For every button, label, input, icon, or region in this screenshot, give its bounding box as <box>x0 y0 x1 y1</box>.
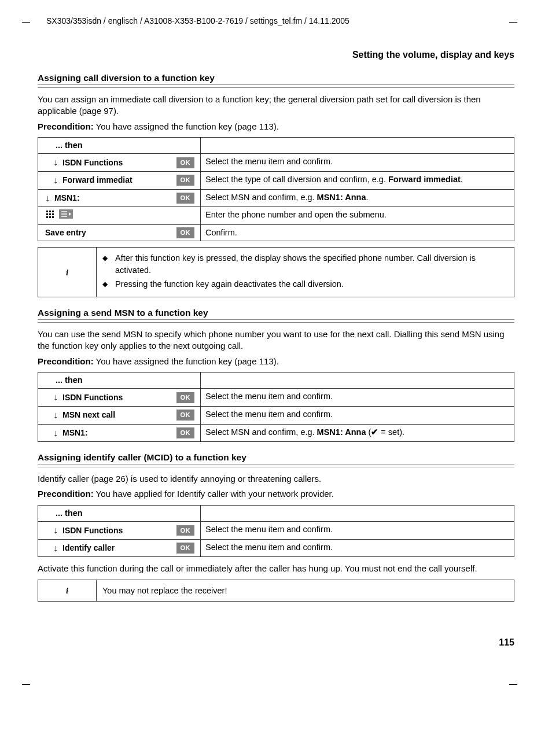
then-header: ... then <box>38 137 201 154</box>
intro-text: Identify caller (page 26) is used to ide… <box>38 473 514 485</box>
step-description: Select the menu item and confirm. <box>201 389 514 407</box>
outro-text: Activate this function during the call o… <box>38 563 514 574</box>
procedure-table-3: ... then ↓ ISDN Functions OK Select the … <box>38 505 514 558</box>
keypad-icon <box>45 209 57 222</box>
step-description: Select MSN and confirm, e.g. MSN1: Anna. <box>201 189 514 207</box>
submenu-icon <box>59 209 73 222</box>
step-label: ISDN Functions <box>62 525 173 536</box>
then-header: ... then <box>38 372 201 389</box>
down-arrow-icon: ↓ <box>43 174 59 187</box>
down-arrow-icon: ↓ <box>43 427 59 440</box>
table-row: ... then <box>38 137 514 154</box>
divider <box>38 319 514 323</box>
table-row: ↓ MSN next call OK Select the menu item … <box>38 407 514 425</box>
step-label: MSN1: <box>62 427 173 438</box>
step-label: ISDN Functions <box>62 157 173 168</box>
precondition-text: Precondition: You have assigned the func… <box>38 356 514 367</box>
ok-badge: OK <box>176 175 195 186</box>
check-icon: ✔ <box>371 427 378 437</box>
svg-rect-6 <box>52 213 54 215</box>
ok-badge: OK <box>176 427 195 438</box>
table-row: ↓ ISDN Functions OK Select the menu item… <box>38 389 514 407</box>
step-description: Select the menu item and confirm. <box>201 154 514 172</box>
table-row: Enter the phone number and open the subm… <box>38 207 514 225</box>
subheading-call-diversion: Assigning call diversion to a function k… <box>38 73 514 83</box>
table-row: ... then <box>38 372 514 389</box>
info-content: After this function key is pressed, the … <box>97 248 514 297</box>
step-label: Identify caller <box>62 543 173 554</box>
ok-badge: OK <box>176 227 195 238</box>
table-row: ↓ ISDN Functions OK Select the menu item… <box>38 154 514 172</box>
svg-rect-4 <box>46 213 48 215</box>
step-description: Select MSN and confirm, e.g. MSN1: Anna … <box>201 424 514 442</box>
svg-rect-2 <box>49 211 51 212</box>
crop-mark <box>509 22 517 23</box>
precondition-text: Precondition: You have applied for Ident… <box>38 488 514 500</box>
crop-mark <box>22 684 30 685</box>
divider <box>38 84 514 88</box>
down-arrow-icon: ↓ <box>43 524 59 537</box>
svg-rect-3 <box>52 211 54 212</box>
step-description: Confirm. <box>201 224 514 241</box>
svg-rect-5 <box>49 213 51 215</box>
ok-badge: OK <box>176 193 195 204</box>
info-icon: i <box>38 580 97 601</box>
svg-rect-1 <box>46 211 48 212</box>
page-number: 115 <box>499 637 514 648</box>
down-arrow-icon: ↓ <box>43 156 59 169</box>
subheading-send-msn: Assigning a send MSN to a function key <box>38 308 514 318</box>
step-label: Forward immediat <box>62 175 173 186</box>
intro-text: You can assign an immediate call diversi… <box>38 94 514 117</box>
header-path: SX303/353isdn / englisch / A31008-X353-B… <box>46 16 514 25</box>
info-content: You may not replace the receiver! <box>97 580 514 601</box>
intro-text: You can use the send MSN to specify whic… <box>38 329 514 352</box>
procedure-table-1: ... then ↓ ISDN Functions OK Select the … <box>38 137 514 241</box>
down-arrow-icon: ↓ <box>43 542 59 555</box>
table-row: ↓ MSN1: OK Select MSN and confirm, e.g. … <box>38 189 514 207</box>
step-description: Enter the phone number and open the subm… <box>201 207 514 225</box>
ok-badge: OK <box>176 410 195 421</box>
down-arrow-icon: ↓ <box>43 409 59 422</box>
step-description: Select the menu item and confirm. <box>201 539 514 557</box>
step-label: MSN1: <box>54 193 173 204</box>
table-row: ↓ MSN1: OK Select MSN and confirm, e.g. … <box>38 424 514 442</box>
procedure-table-2: ... then ↓ ISDN Functions OK Select the … <box>38 372 514 442</box>
svg-rect-8 <box>49 216 51 218</box>
crop-mark <box>22 22 30 23</box>
then-header: ... then <box>38 505 201 522</box>
ok-badge: OK <box>176 543 195 554</box>
ok-badge: OK <box>176 157 195 168</box>
info-icon: i <box>38 248 97 297</box>
crop-mark <box>509 684 517 685</box>
svg-rect-9 <box>52 216 54 218</box>
table-row: ↓ ISDN Functions OK Select the menu item… <box>38 522 514 540</box>
info-bullet: Pressing the function key again deactiva… <box>102 278 508 290</box>
down-arrow-icon: ↓ <box>43 391 59 404</box>
table-row: Save entry OK Confirm. <box>38 224 514 241</box>
table-row: ↓ Identify caller OK Select the menu ite… <box>38 539 514 557</box>
document-page: SX303/353isdn / englisch / A31008-X353-B… <box>0 0 552 717</box>
info-box-1: i After this function key is pressed, th… <box>38 247 514 297</box>
table-row: ↓ Forward immediat OK Select the type of… <box>38 171 514 189</box>
divider <box>38 464 514 467</box>
step-label: Save entry <box>45 227 173 238</box>
page-section-title: Setting the volume, display and keys <box>38 50 514 60</box>
step-description: Select the type of call diversion and co… <box>201 171 514 189</box>
step-label: MSN next call <box>62 410 173 421</box>
svg-rect-7 <box>46 216 48 218</box>
step-label: ISDN Functions <box>62 392 173 403</box>
ok-badge: OK <box>176 525 195 536</box>
step-description: Select the menu item and confirm. <box>201 522 514 540</box>
precondition-text: Precondition: You have assigned the func… <box>38 121 514 132</box>
subheading-mcid: Assigning identify caller (MCID) to a fu… <box>38 452 514 463</box>
step-description: Select the menu item and confirm. <box>201 407 514 425</box>
info-bullet: After this function key is pressed, the … <box>102 252 508 276</box>
table-row: ... then <box>38 505 514 522</box>
down-arrow-icon: ↓ <box>43 192 51 205</box>
ok-badge: OK <box>176 392 195 403</box>
info-box-2: i You may not replace the receiver! <box>38 580 514 602</box>
